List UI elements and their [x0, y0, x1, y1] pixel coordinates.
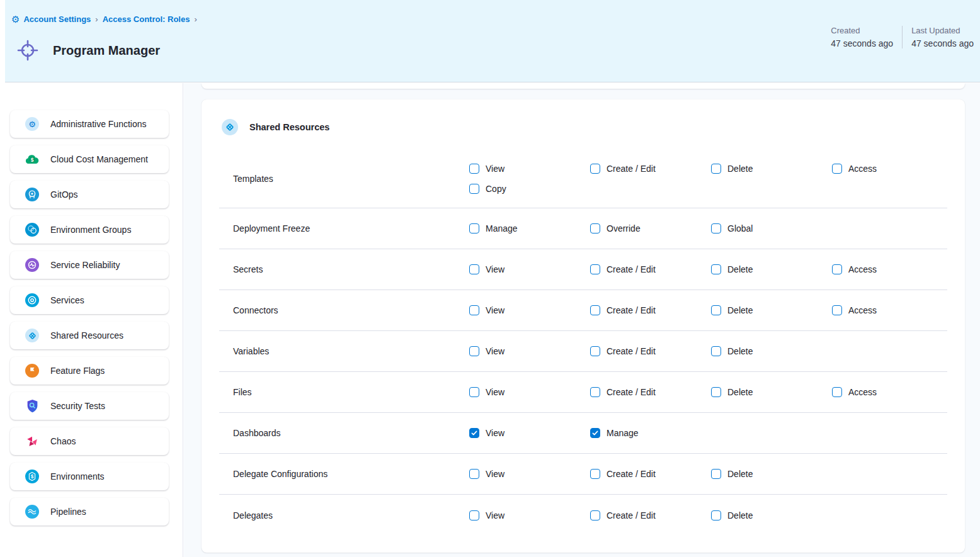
permission-option-connectors-create-edit[interactable]: Create / Edit — [590, 305, 711, 315]
permission-checkbox[interactable] — [590, 510, 600, 520]
sidebar-item-feature-flags[interactable]: Feature Flags — [10, 357, 169, 385]
permission-checkbox[interactable] — [469, 223, 479, 233]
permission-cell: Manage — [469, 223, 590, 233]
sidebar-item-environments[interactable]: $Environments — [10, 463, 169, 490]
permission-option-deployment-freeze-global[interactable]: Global — [711, 223, 832, 233]
permission-option-deployment-freeze-manage[interactable]: Manage — [469, 223, 590, 233]
permission-checkbox[interactable] — [590, 346, 600, 356]
sidebar-item-cloud-cost-management[interactable]: $Cloud Cost Management — [10, 145, 169, 173]
permission-option-templates-access[interactable]: Access — [832, 164, 953, 174]
permission-checkbox[interactable] — [590, 387, 600, 397]
sidebar-item-environment-groups[interactable]: Environment Groups — [10, 216, 169, 244]
resource-name: Variables — [233, 346, 469, 356]
sidebar-item-pipelines[interactable]: Pipelines — [10, 498, 169, 526]
permission-checkbox[interactable] — [832, 387, 842, 397]
permission-option-connectors-delete[interactable]: Delete — [711, 305, 832, 315]
permission-option-files-view[interactable]: View — [469, 387, 590, 397]
permission-option-delegates-view[interactable]: View — [469, 510, 590, 520]
permission-row-connectors: ConnectorsViewCreate / EditDeleteAccess — [219, 290, 947, 331]
resource-name: Dashboards — [233, 428, 469, 438]
permission-label: Create / Edit — [607, 346, 656, 356]
environments-icon: $ — [25, 469, 40, 484]
permission-cell: Delete — [711, 346, 832, 356]
permission-cell: View — [469, 264, 590, 274]
permission-option-secrets-create-edit[interactable]: Create / Edit — [590, 264, 711, 274]
permission-cell: Delete — [711, 150, 832, 174]
permission-label: Copy — [486, 184, 506, 194]
permission-checkbox[interactable] — [469, 387, 479, 397]
permission-checkbox[interactable] — [469, 264, 479, 274]
sidebar-item-services[interactable]: Services — [10, 286, 169, 314]
permission-option-deployment-freeze-override[interactable]: Override — [590, 223, 711, 233]
created-meta: Created 47 seconds ago — [831, 26, 893, 48]
permission-option-variables-view[interactable]: View — [469, 346, 590, 356]
permission-option-dashboards-view[interactable]: View — [469, 428, 590, 438]
permission-checkbox[interactable] — [711, 223, 721, 233]
role-title-row: Program Manager — [14, 35, 160, 66]
permission-option-templates-delete[interactable]: Delete — [711, 164, 832, 174]
permission-option-files-create-edit[interactable]: Create / Edit — [590, 387, 711, 397]
permission-label: Delete — [727, 346, 753, 356]
admin-functions-icon: ⚙ — [25, 116, 40, 132]
permission-checkbox[interactable] — [590, 428, 600, 438]
permission-checkbox[interactable] — [469, 469, 479, 479]
sidebar-item-label: Environment Groups — [50, 225, 131, 235]
permission-checkbox[interactable] — [590, 264, 600, 274]
permission-option-secrets-access[interactable]: Access — [832, 264, 953, 274]
permission-checkbox[interactable] — [832, 305, 842, 315]
permission-option-templates-view[interactable]: View — [469, 164, 590, 174]
permission-checkbox[interactable] — [469, 510, 479, 520]
permission-checkbox[interactable] — [711, 264, 721, 274]
permission-checkbox[interactable] — [711, 387, 721, 397]
permission-option-variables-delete[interactable]: Delete — [711, 346, 832, 356]
permission-option-files-delete[interactable]: Delete — [711, 387, 832, 397]
sidebar-item-security-tests[interactable]: Security Tests — [10, 392, 169, 420]
sidebar-item-gitops[interactable]: GitOps — [10, 181, 169, 208]
permission-checkbox[interactable] — [711, 510, 721, 520]
permission-checkbox[interactable] — [590, 164, 600, 174]
permission-checkbox[interactable] — [590, 223, 600, 233]
permission-option-templates-create-edit[interactable]: Create / Edit — [590, 164, 711, 174]
sidebar-item-administrative-functions[interactable]: ⚙Administrative Functions — [10, 110, 169, 138]
permission-option-files-access[interactable]: Access — [832, 387, 953, 397]
permission-option-delegate-configurations-delete[interactable]: Delete — [711, 469, 832, 479]
breadcrumb-link-account-settings[interactable]: Account Settings — [23, 14, 91, 24]
permission-checkbox[interactable] — [469, 346, 479, 356]
permission-option-connectors-access[interactable]: Access — [832, 305, 953, 315]
permission-checkbox[interactable] — [590, 469, 600, 479]
permission-option-dashboards-manage[interactable]: Manage — [590, 428, 711, 438]
permission-label: Global — [727, 223, 753, 233]
sidebar-item-service-reliability[interactable]: Service Reliability — [10, 251, 169, 279]
permission-checkbox[interactable] — [590, 305, 600, 315]
permission-label: Create / Edit — [607, 469, 656, 479]
shared-resources-icon — [222, 119, 238, 135]
permission-option-variables-create-edit[interactable]: Create / Edit — [590, 346, 711, 356]
permission-checkbox[interactable] — [469, 428, 479, 438]
permission-checkbox[interactable] — [711, 305, 721, 315]
last-updated-label: Last Updated — [911, 26, 974, 35]
permission-option-delegate-configurations-create-edit[interactable]: Create / Edit — [590, 469, 711, 479]
permission-option-connectors-view[interactable]: View — [469, 305, 590, 315]
breadcrumb-link-access-control-roles[interactable]: Access Control: Roles — [103, 14, 190, 24]
permission-checkbox[interactable] — [832, 264, 842, 274]
permission-option-secrets-delete[interactable]: Delete — [711, 264, 832, 274]
environment-groups-icon — [25, 222, 40, 237]
permission-option-delegates-create-edit[interactable]: Create / Edit — [590, 510, 711, 520]
permission-label: Delete — [727, 164, 753, 174]
permission-checkbox[interactable] — [469, 305, 479, 315]
permission-option-delegates-delete[interactable]: Delete — [711, 510, 832, 520]
permission-label: View — [486, 469, 504, 479]
permission-checkbox[interactable] — [832, 164, 842, 174]
created-label: Created — [831, 26, 893, 35]
permission-checkbox[interactable] — [469, 184, 479, 194]
permission-checkbox[interactable] — [711, 346, 721, 356]
sidebar-item-shared-resources[interactable]: Shared Resources — [10, 322, 169, 349]
permission-checkbox[interactable] — [711, 469, 721, 479]
permission-option-secrets-view[interactable]: View — [469, 264, 590, 274]
permission-label: Access — [848, 305, 877, 315]
permission-option-templates-copy[interactable]: Copy — [469, 184, 590, 194]
permission-checkbox[interactable] — [469, 164, 479, 174]
permission-checkbox[interactable] — [711, 164, 721, 174]
permission-option-delegate-configurations-view[interactable]: View — [469, 469, 590, 479]
sidebar-item-chaos[interactable]: Chaos — [10, 427, 169, 455]
